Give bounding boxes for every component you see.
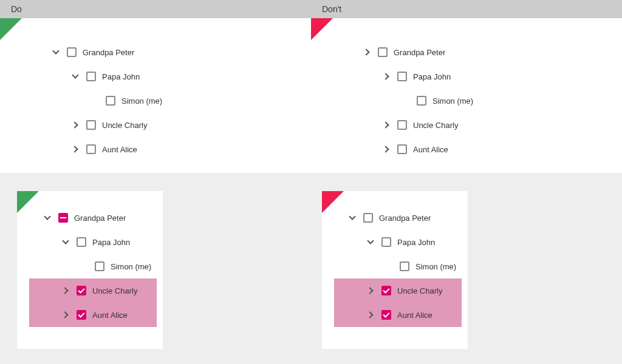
dont-triangle-icon bbox=[322, 191, 344, 213]
expand-toggle[interactable] bbox=[366, 286, 375, 295]
checkbox[interactable] bbox=[67, 47, 77, 57]
tree-row[interactable]: Aunt Alice bbox=[17, 137, 300, 161]
checkbox[interactable] bbox=[417, 96, 426, 106]
chevron-right-icon bbox=[71, 146, 78, 152]
example-container: Do Don't Grandpa PeterPapa JohnSimon (me… bbox=[0, 0, 622, 364]
checkbox[interactable] bbox=[58, 213, 68, 223]
content-grid: Grandpa PeterPapa JohnSimon (me)Uncle Ch… bbox=[0, 18, 622, 346]
expand-toggle[interactable] bbox=[366, 237, 375, 247]
tree-row[interactable]: Simon (me) bbox=[322, 254, 468, 278]
checkbox[interactable] bbox=[86, 144, 96, 154]
expand-toggle[interactable] bbox=[362, 47, 372, 57]
tree-item-label: Uncle Charly bbox=[92, 286, 137, 295]
do-triangle-icon bbox=[0, 18, 22, 40]
content-row-2: Grandpa PeterPapa JohnSimon (me)Uncle Ch… bbox=[0, 173, 622, 346]
tree-item-label: Aunt Alice bbox=[413, 145, 448, 154]
tree-row[interactable]: Uncle Charly bbox=[17, 113, 300, 137]
checkbox[interactable] bbox=[378, 47, 388, 57]
expand-toggle[interactable] bbox=[61, 310, 70, 320]
tree-item-label: Papa John bbox=[92, 238, 130, 247]
tree-item-label: Papa John bbox=[413, 72, 451, 81]
tree-item-label: Grandpa Peter bbox=[379, 214, 431, 223]
tree-row[interactable]: Simon (me) bbox=[17, 254, 163, 278]
checkbox[interactable] bbox=[363, 213, 373, 223]
checkbox[interactable] bbox=[400, 261, 409, 271]
expand-toggle[interactable] bbox=[381, 120, 391, 130]
expand-toggle[interactable] bbox=[366, 310, 375, 320]
tree-item-label: Simon (me) bbox=[432, 96, 473, 106]
tree-row[interactable]: Papa John bbox=[17, 230, 163, 254]
tree-item-label: Papa John bbox=[397, 238, 435, 247]
checkbox[interactable] bbox=[381, 310, 391, 320]
tree-item-label: Uncle Charly bbox=[397, 286, 442, 295]
do-cell-1: Grandpa PeterPapa JohnSimon (me)Uncle Ch… bbox=[0, 18, 311, 173]
expand-toggle[interactable] bbox=[381, 144, 391, 154]
checkbox[interactable] bbox=[86, 120, 96, 130]
tree-row[interactable]: Grandpa Peter bbox=[17, 206, 163, 230]
tree-row[interactable]: Uncle Charly bbox=[328, 113, 611, 137]
tree-row[interactable]: Aunt Alice bbox=[334, 303, 462, 327]
tree-dont-2: Grandpa PeterPapa JohnSimon (me)Uncle Ch… bbox=[322, 191, 468, 327]
tree-row[interactable]: Grandpa Peter bbox=[328, 40, 611, 64]
chevron-right-icon bbox=[363, 49, 369, 55]
chevron-right-icon bbox=[366, 287, 373, 294]
chevron-down-icon bbox=[44, 213, 50, 220]
tree-row[interactable]: Papa John bbox=[328, 64, 611, 89]
tree-row[interactable]: Grandpa Peter bbox=[17, 40, 300, 64]
tree-row[interactable]: Simon (me) bbox=[328, 89, 611, 113]
tree-item-label: Uncle Charly bbox=[102, 121, 147, 130]
chevron-right-icon bbox=[382, 121, 389, 128]
chevron-right-icon bbox=[382, 73, 389, 79]
checkbox[interactable] bbox=[77, 310, 86, 320]
tree-row[interactable]: Papa John bbox=[17, 64, 300, 89]
checkbox[interactable] bbox=[77, 237, 86, 247]
chevron-down-icon bbox=[52, 47, 59, 54]
checkbox[interactable] bbox=[397, 144, 407, 154]
tree-item-label: Grandpa Peter bbox=[83, 48, 134, 57]
tree-row[interactable]: Aunt Alice bbox=[328, 137, 611, 161]
tree-item-label: Grandpa Peter bbox=[74, 214, 126, 223]
header-dont: Don't bbox=[311, 0, 622, 18]
chevron-right-icon bbox=[71, 121, 78, 128]
do-panel-2: Grandpa PeterPapa JohnSimon (me)Uncle Ch… bbox=[17, 191, 163, 349]
checkbox[interactable] bbox=[381, 237, 391, 247]
tree-item-label: Grandpa Peter bbox=[394, 48, 445, 57]
checkbox[interactable] bbox=[95, 261, 104, 271]
expand-toggle[interactable] bbox=[51, 47, 61, 57]
chevron-down-icon bbox=[62, 237, 69, 244]
tree-row[interactable]: Grandpa Peter bbox=[322, 206, 468, 230]
tree-row[interactable]: Uncle Charly bbox=[334, 278, 462, 303]
tree-row[interactable]: Uncle Charly bbox=[29, 278, 157, 303]
tree-row[interactable]: Papa John bbox=[322, 230, 468, 254]
checkbox[interactable] bbox=[397, 72, 407, 81]
expand-toggle[interactable] bbox=[61, 237, 70, 247]
expand-toggle[interactable] bbox=[70, 72, 80, 81]
tree-row[interactable]: Aunt Alice bbox=[29, 303, 157, 327]
tree-item-label: Papa John bbox=[102, 72, 140, 81]
tree-do-2: Grandpa PeterPapa JohnSimon (me)Uncle Ch… bbox=[17, 191, 163, 327]
expand-toggle[interactable] bbox=[381, 72, 391, 81]
header-do: Do bbox=[0, 0, 311, 18]
expand-toggle[interactable] bbox=[43, 213, 52, 223]
dont-cell-2: Grandpa PeterPapa JohnSimon (me)Uncle Ch… bbox=[311, 180, 622, 346]
checkbox[interactable] bbox=[77, 286, 86, 295]
chevron-right-icon bbox=[366, 311, 373, 318]
expand-toggle[interactable] bbox=[347, 213, 357, 223]
expand-toggle[interactable] bbox=[61, 286, 70, 295]
do-cell-2: Grandpa PeterPapa JohnSimon (me)Uncle Ch… bbox=[0, 180, 311, 346]
expand-toggle[interactable] bbox=[70, 144, 80, 154]
checkbox[interactable] bbox=[381, 286, 391, 295]
tree-item-label: Uncle Charly bbox=[413, 121, 458, 130]
chevron-down-icon bbox=[72, 72, 78, 78]
checkbox[interactable] bbox=[86, 72, 96, 81]
checkbox[interactable] bbox=[397, 120, 407, 130]
tree-item-label: Aunt Alice bbox=[397, 311, 432, 320]
dont-triangle-icon bbox=[311, 18, 333, 40]
tree-dont-1: Grandpa PeterPapa JohnSimon (me)Uncle Ch… bbox=[322, 29, 611, 161]
tree-row[interactable]: Simon (me) bbox=[17, 89, 300, 113]
checkbox[interactable] bbox=[106, 96, 115, 106]
dont-cell-1: Grandpa PeterPapa JohnSimon (me)Uncle Ch… bbox=[311, 18, 622, 173]
expand-toggle[interactable] bbox=[70, 120, 80, 130]
header-row: Do Don't bbox=[0, 0, 622, 18]
tree-do-1: Grandpa PeterPapa JohnSimon (me)Uncle Ch… bbox=[11, 29, 300, 161]
